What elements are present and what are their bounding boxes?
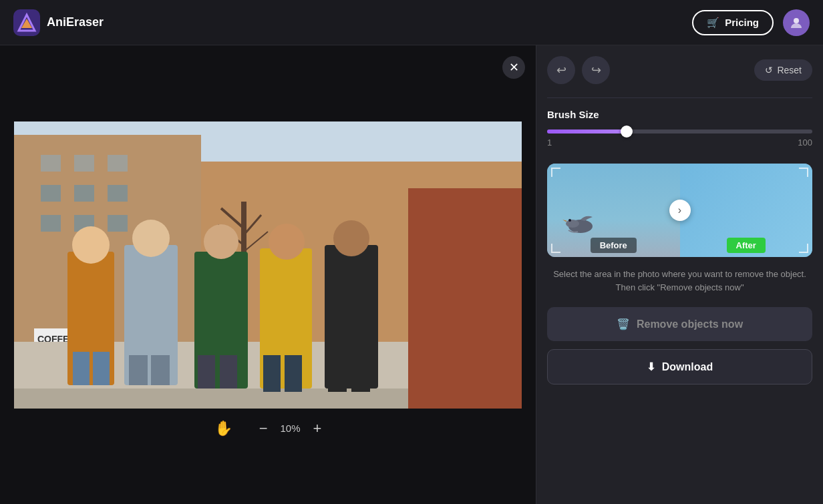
preview-after: After	[680, 164, 813, 257]
slider-thumb	[621, 125, 633, 138]
svg-rect-10	[41, 185, 61, 202]
header: AniEraser 🛒 Pricing	[0, 0, 823, 45]
undo-icon: ↩	[556, 63, 566, 77]
svg-rect-36	[151, 355, 170, 385]
zoom-out-button[interactable]: −	[259, 420, 268, 437]
svg-point-53	[566, 220, 579, 228]
zoom-level: 10%	[277, 423, 304, 434]
svg-rect-49	[327, 268, 377, 355]
svg-rect-7	[41, 155, 61, 172]
svg-rect-11	[74, 185, 94, 202]
reset-label: Reset	[777, 65, 802, 75]
svg-point-48	[333, 220, 369, 256]
image-container[interactable]: COFFEE	[14, 121, 522, 409]
svg-rect-9	[108, 155, 128, 172]
svg-rect-34	[126, 268, 177, 355]
svg-rect-30	[73, 352, 90, 385]
toolbar-row: ↩ ↪ ↺ Reset	[547, 56, 812, 84]
zoom-in-button[interactable]: +	[313, 420, 322, 437]
hint-text: Select the area in the photo where you w…	[547, 268, 812, 294]
svg-point-33	[132, 220, 170, 257]
svg-rect-50	[328, 355, 347, 392]
slider-min: 1	[547, 138, 552, 148]
app-name: AniEraser	[47, 15, 104, 29]
svg-point-55	[568, 219, 571, 222]
svg-rect-41	[220, 355, 237, 389]
download-label: Download	[662, 361, 713, 373]
svg-point-38	[204, 224, 238, 259]
cart-icon: 🛒	[707, 17, 719, 29]
zoom-control: − 10% +	[259, 420, 322, 437]
remove-label: Remove objects now	[637, 318, 743, 330]
bottom-bar: ✋ − 10% +	[0, 409, 536, 449]
svg-rect-12	[108, 185, 128, 202]
slider-track	[547, 130, 812, 134]
pricing-label: Pricing	[725, 17, 759, 28]
hand-tool-icon[interactable]: ✋	[214, 420, 232, 437]
corner-br	[799, 244, 808, 253]
corner-tl	[551, 168, 560, 177]
svg-rect-40	[198, 355, 215, 389]
right-panel: ↩ ↪ ↺ Reset Brush Size 1 100	[536, 45, 823, 504]
svg-point-28	[72, 226, 110, 264]
main-area: ✕ COFFEE	[0, 45, 823, 504]
svg-rect-35	[129, 355, 148, 385]
slider-max: 100	[798, 138, 812, 148]
slider-labels: 1 100	[547, 138, 812, 148]
canvas-area: ✕ COFFEE	[0, 45, 536, 504]
logo-icon	[13, 9, 40, 36]
svg-rect-13	[41, 215, 61, 232]
corner-tr	[799, 168, 808, 177]
redo-icon: ↪	[591, 63, 601, 77]
redo-button[interactable]: ↪	[582, 56, 610, 84]
history-controls: ↩ ↪	[547, 56, 610, 84]
svg-point-43	[269, 224, 305, 260]
before-label: Before	[591, 238, 637, 253]
user-avatar[interactable]	[783, 9, 810, 36]
header-actions: 🛒 Pricing	[692, 9, 810, 36]
pricing-button[interactable]: 🛒 Pricing	[692, 10, 774, 35]
preview-arrow: ›	[669, 200, 691, 221]
svg-rect-51	[351, 355, 370, 392]
svg-rect-29	[71, 272, 114, 352]
slider-fill	[547, 130, 627, 134]
close-button[interactable]: ✕	[502, 56, 525, 79]
reset-icon: ↺	[765, 65, 773, 75]
svg-point-3	[794, 18, 799, 23]
svg-rect-31	[93, 352, 110, 385]
svg-rect-15	[108, 215, 128, 232]
download-icon: ⬇	[647, 360, 655, 373]
brand-area: AniEraser	[13, 9, 104, 36]
svg-marker-54	[562, 220, 567, 222]
svg-rect-39	[196, 275, 246, 355]
svg-rect-46	[285, 355, 302, 392]
photo-canvas[interactable]: COFFEE	[14, 121, 522, 409]
after-label: After	[727, 238, 766, 253]
bird-before-icon	[559, 205, 603, 238]
undo-button[interactable]: ↩	[547, 56, 575, 84]
svg-rect-8	[74, 155, 94, 172]
download-button[interactable]: ⬇ Download	[547, 349, 812, 385]
remove-icon: 🗑️	[617, 318, 630, 330]
brush-size-label: Brush Size	[547, 109, 812, 120]
divider-1	[547, 97, 812, 98]
svg-rect-25	[408, 188, 522, 409]
close-icon: ✕	[509, 60, 519, 75]
svg-rect-45	[263, 355, 281, 392]
preview-container: Before › After	[547, 164, 812, 257]
svg-rect-44	[261, 272, 311, 355]
remove-objects-button[interactable]: 🗑️ Remove objects now	[547, 307, 812, 341]
corner-bl	[551, 244, 560, 253]
preview-before: Before	[547, 164, 680, 257]
reset-button[interactable]: ↺ Reset	[754, 59, 812, 81]
brush-slider-container[interactable]: 1 100	[547, 130, 812, 148]
